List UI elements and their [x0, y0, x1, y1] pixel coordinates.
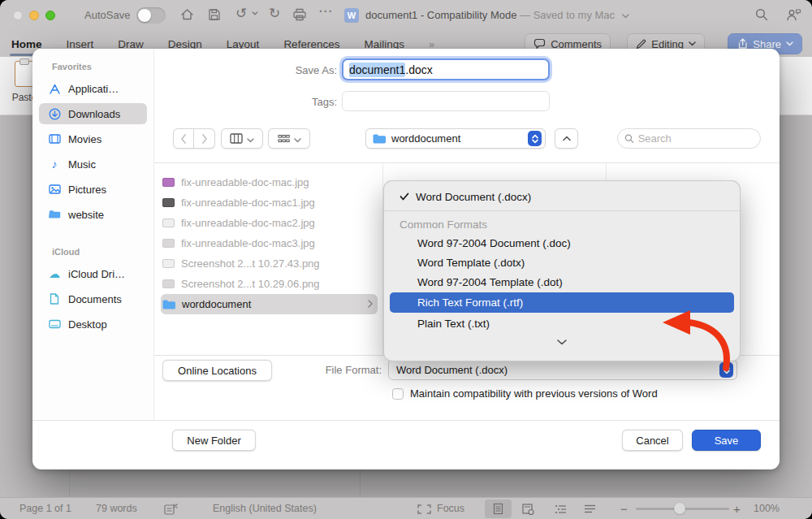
autosave-label: AutoSave — [84, 9, 130, 21]
menu-scroll-down-icon[interactable] — [384, 333, 740, 351]
file-row[interactable]: Screenshot 2...t 10.27.43.png — [154, 253, 382, 274]
file-name: fix-unreadable-doc-mac3.jpg — [181, 237, 315, 249]
menu-item-doc[interactable]: Word 97-2004 Document (.doc) — [384, 233, 740, 253]
autosave-toggle[interactable] — [136, 7, 166, 24]
menu-item-rtf-highlighted[interactable]: Rich Text Format (.rtf) — [390, 292, 734, 313]
file-row[interactable]: fix-unreadable-doc-mac.jpg — [154, 172, 382, 192]
word-count[interactable]: 79 words — [96, 503, 137, 514]
photo-icon — [47, 184, 62, 194]
divider — [384, 210, 740, 211]
menu-section-header: Common Formats — [384, 215, 740, 233]
outline-view-button[interactable] — [547, 500, 574, 518]
save-as-label: Save As: — [272, 64, 337, 76]
menu-item-dot[interactable]: Word 97-2004 Template (.dot) — [384, 272, 740, 292]
print-layout-view-button[interactable] — [485, 500, 512, 518]
focus-label[interactable]: Focus — [437, 503, 464, 514]
compatibility-checkbox[interactable] — [392, 388, 404, 400]
save-icon[interactable] — [208, 8, 221, 21]
sidebar-item-label: Movies — [68, 133, 102, 145]
select-stepper-icon — [719, 362, 733, 378]
presence-people-icon[interactable] — [786, 8, 802, 21]
file-format-value: Word Document (.docx) — [396, 364, 508, 376]
more-commands-icon[interactable]: ⋯ — [318, 3, 333, 19]
sidebar-item-movies[interactable]: Movies — [39, 128, 147, 149]
title-chevron-icon[interactable] — [622, 9, 629, 21]
sidebar-item-label: Downloads — [68, 108, 120, 120]
language-status[interactable]: English (United States) — [213, 503, 317, 514]
undo-icon[interactable]: ↺ — [235, 6, 247, 22]
group-view-button[interactable] — [268, 128, 310, 149]
pencil-icon — [636, 39, 646, 50]
maximize-window-button[interactable] — [45, 11, 55, 20]
sidebar-item-music[interactable]: ♪ Music — [39, 154, 147, 175]
web-layout-view-button[interactable] — [515, 500, 542, 518]
file-row[interactable]: fix-unreadable-doc-mac1.jpg — [154, 192, 382, 213]
menu-item-label: Rich Text Format (.rtf) — [417, 296, 523, 309]
location-select[interactable]: worddocument — [365, 128, 546, 149]
back-button[interactable] — [173, 128, 194, 149]
sidebar-item-icloud-drive[interactable]: ☁ iCloud Dri… — [39, 263, 147, 284]
divider — [32, 420, 780, 421]
filename-input[interactable]: document1.docx — [342, 58, 550, 80]
page-count[interactable]: Page 1 of 1 — [19, 503, 71, 514]
proofing-errors-icon[interactable] — [164, 504, 178, 515]
draft-view-button[interactable] — [577, 500, 603, 518]
tags-label: Tags: — [272, 96, 337, 108]
home-icon[interactable] — [180, 8, 194, 21]
close-window-button[interactable] — [13, 11, 23, 20]
sidebar-item-desktop[interactable]: Desktop — [39, 314, 147, 335]
menu-item-label: Word 97-2004 Template (.dot) — [417, 276, 563, 288]
sidebar-item-pictures[interactable]: Pictures — [39, 179, 147, 200]
redo-icon[interactable]: ↻ — [269, 6, 280, 22]
sidebar-item-documents[interactable]: Documents — [39, 288, 147, 309]
divider — [154, 162, 780, 163]
cancel-button[interactable]: Cancel — [622, 430, 683, 451]
file-name: worddocument — [182, 298, 251, 310]
folder-icon — [162, 300, 175, 309]
zoom-level[interactable]: 100% — [754, 503, 780, 514]
image-thumbnail — [162, 178, 175, 187]
zoom-out-button[interactable]: − — [620, 502, 628, 516]
menu-item-dotx[interactable]: Word Template (.dotx) — [384, 253, 740, 272]
column-view-button[interactable] — [221, 128, 263, 149]
chevron-down-icon — [294, 138, 301, 143]
zoom-in-button[interactable]: + — [733, 502, 741, 516]
zoom-slider-thumb[interactable] — [674, 503, 685, 514]
tags-input[interactable] — [342, 91, 550, 111]
menu-item-txt[interactable]: Plain Text (.txt) — [384, 314, 740, 333]
minimize-window-button[interactable] — [29, 11, 39, 20]
focus-icon[interactable] — [417, 504, 431, 514]
dialog-sidebar: Favorites Applicati… Downloads Movies ♪ … — [32, 49, 154, 420]
save-button[interactable]: Save — [692, 430, 761, 451]
menu-item-word-document[interactable]: Word Document (.docx) — [384, 187, 740, 206]
folder-icon — [47, 210, 62, 219]
file-row[interactable]: fix-unreadable-doc-mac3.jpg — [154, 233, 382, 253]
sidebar-item-website[interactable]: website — [39, 204, 147, 225]
forward-button[interactable] — [194, 128, 215, 149]
appstore-icon — [47, 84, 62, 94]
cancel-label: Cancel — [636, 435, 668, 447]
new-folder-button[interactable]: New Folder — [172, 430, 256, 451]
chevron-up-icon — [563, 136, 571, 141]
file-row-worddocument[interactable]: worddocument — [161, 294, 378, 314]
sidebar-favorites-header: Favorites — [39, 62, 147, 71]
search-icon[interactable] — [755, 8, 768, 21]
online-locations-label: Online Locations — [178, 365, 257, 377]
print-icon[interactable] — [292, 8, 307, 21]
file-row[interactable]: fix-unreadable-doc-mac2.jpg — [154, 213, 382, 233]
file-format-select[interactable]: Word Document (.docx) — [388, 359, 737, 380]
search-icon — [624, 133, 634, 144]
collapse-dialog-button[interactable] — [555, 128, 578, 149]
image-thumbnail — [162, 198, 175, 207]
undo-chevron-icon[interactable] — [252, 11, 258, 15]
sidebar-item-downloads[interactable]: Downloads — [39, 103, 147, 124]
sidebar-item-applications[interactable]: Applicati… — [39, 78, 147, 99]
search-field[interactable] — [617, 128, 761, 149]
search-input[interactable] — [638, 132, 754, 145]
tab-home[interactable]: Home — [11, 38, 42, 50]
file-name: fix-unreadable-doc-mac2.jpg — [181, 217, 315, 229]
film-icon — [47, 134, 62, 144]
image-thumbnail — [162, 239, 175, 248]
navigation-buttons — [173, 128, 215, 149]
file-row[interactable]: Screenshot 2...t 10.29.06.png — [154, 274, 382, 294]
